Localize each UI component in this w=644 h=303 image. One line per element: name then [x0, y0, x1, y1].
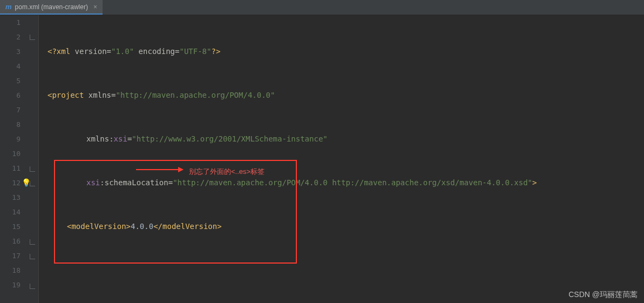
bulb-icon[interactable]: 💡	[22, 178, 31, 187]
line-number: 6	[0, 88, 21, 103]
line-number: 10	[0, 146, 21, 161]
close-icon[interactable]: ×	[93, 3, 97, 11]
tab-label: pom.xml (maven-crawler)	[15, 3, 88, 11]
code-line: xmlns:xsi="http://www.w3.org/2001/XMLSch…	[48, 132, 537, 146]
gutter: 1 2 3 4 5 6 7 8 9 10 11 12 13 14 15 16 1…	[0, 15, 28, 303]
line-number: 1	[0, 15, 21, 30]
line-number: 3	[0, 44, 21, 59]
tab-bar: m pom.xml (maven-crawler) ×	[0, 0, 644, 15]
file-tab[interactable]: m pom.xml (maven-crawler) ×	[0, 0, 103, 15]
fold-marker[interactable]	[30, 166, 35, 172]
line-number: 15	[0, 219, 21, 234]
code-line	[48, 263, 537, 278]
svg-marker-1	[178, 167, 184, 172]
line-number: 9	[0, 132, 21, 146]
line-number: 13	[0, 190, 21, 205]
line-number: 7	[0, 103, 21, 117]
fold-marker[interactable]	[30, 284, 35, 289]
line-number: 8	[0, 117, 21, 132]
line-number: 14	[0, 205, 21, 219]
annotation-label: 别忘了外面的<..es>标签	[189, 164, 265, 179]
line-number: 18	[0, 263, 21, 278]
line-number: 19	[0, 278, 21, 292]
arrow-icon	[136, 165, 185, 174]
watermark: CSDN @玛丽莲茼蒿	[568, 290, 638, 300]
line-number: 17	[0, 248, 21, 263]
line-number: 16	[0, 234, 21, 248]
code-line: <modelVersion>4.0.0</modelVersion>	[48, 219, 537, 234]
code-line: <project xmlns="http://maven.apache.org/…	[48, 88, 537, 103]
line-number: 11	[0, 161, 21, 176]
maven-icon: m	[5, 3, 12, 11]
line-number: 4	[0, 59, 21, 73]
code-area[interactable]: <?xml version="1.0" encoding="UTF-8"?> <…	[39, 15, 537, 303]
line-number: 5	[0, 73, 21, 88]
fold-marker[interactable]	[30, 254, 35, 259]
code-line: <?xml version="1.0" encoding="UTF-8"?>	[48, 44, 537, 59]
code-line: xsi:schemaLocation="http://maven.apache.…	[48, 176, 537, 190]
line-number: 2	[0, 30, 21, 44]
fold-marker[interactable]	[30, 239, 35, 245]
line-number: 12	[0, 176, 21, 190]
fold-column: 💡	[28, 15, 39, 303]
editor[interactable]: 1 2 3 4 5 6 7 8 9 10 11 12 13 14 15 16 1…	[0, 15, 644, 303]
fold-marker[interactable]	[30, 35, 35, 40]
xml-decl: <?xml version="1.0" encoding="UTF-8"?>	[48, 44, 220, 59]
